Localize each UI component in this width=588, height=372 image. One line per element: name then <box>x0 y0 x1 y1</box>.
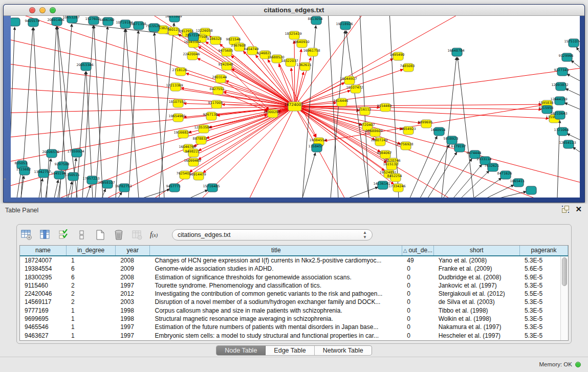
graph-node-yellow[interactable]: 19756928 <box>396 142 413 150</box>
graph-node-teal[interactable]: 9297588 <box>55 162 70 170</box>
cell-short[interactable]: Jankovic et al. (1997) <box>434 281 520 290</box>
cell-year[interactable]: 1997 <box>116 323 150 331</box>
graph-node-yellow[interactable]: 9117005 <box>208 100 223 108</box>
delete-table-icon[interactable] <box>113 229 124 240</box>
graph-node-yellow[interactable]: 16099469 <box>184 158 201 166</box>
graph-node-teal[interactable]: 6179197 <box>451 144 466 152</box>
graph-node-yellow[interactable]: 22420046 <box>183 52 200 60</box>
graph-node-teal[interactable]: 19218926 <box>336 21 353 30</box>
cell-in_degree[interactable]: 1 <box>67 323 116 331</box>
cell-title[interactable]: Embryonic stem cells: a model to study s… <box>150 332 403 340</box>
cell-year[interactable]: 2012 <box>116 290 150 298</box>
graph-node-teal[interactable]: 16648784 <box>447 48 464 56</box>
column-header-name[interactable]: name <box>20 246 67 255</box>
cell-name[interactable]: 9777169 <box>20 307 67 315</box>
cell-short[interactable]: Dudbridge et al. (2008) <box>434 273 520 281</box>
cell-short[interactable]: Franke et al. (2009) <box>434 265 520 273</box>
row-options-icon[interactable] <box>76 229 88 240</box>
table-row[interactable]: 1830029562008Estimation of significance … <box>20 273 568 281</box>
table-row[interactable]: 2242004622012Investigating the contribut… <box>20 290 568 298</box>
cell-out_de[interactable]: 0 <box>402 281 433 290</box>
graph-node-teal[interactable]: 15716485 <box>203 184 220 192</box>
graph-node-yellow[interactable]: 9267130 <box>203 112 218 120</box>
select-columns-icon[interactable] <box>39 229 51 240</box>
cell-title[interactable]: Estimation of the future numbers of pati… <box>150 323 403 331</box>
graph-node-teal[interactable]: 17957223 <box>82 176 99 184</box>
cell-out_de[interactable]: 0 <box>402 265 433 273</box>
graph-node-yellow[interactable]: 18325419 <box>285 31 301 39</box>
column-header-year[interactable]: year <box>116 246 150 255</box>
graph-node-teal[interactable]: 9129966 <box>559 53 574 61</box>
graph-node-teal[interactable]: 9405574 <box>25 18 40 27</box>
cell-title[interactable]: Corpus callosum shape and size in male p… <box>150 307 403 315</box>
cell-name[interactable]: 18724007 <box>20 256 67 265</box>
graph-node-yellow[interactable]: 18107552 <box>168 99 185 107</box>
graph-node-yellow[interactable]: 19654965 <box>168 114 185 122</box>
cell-year[interactable]: 2008 <box>116 256 150 265</box>
cell-short[interactable]: de Silva et al. (2003) <box>434 298 520 306</box>
graph-node-teal[interactable]: 1115682 <box>16 167 31 175</box>
graph-node-teal[interactable]: 16958107 <box>98 180 115 188</box>
graph-node-teal[interactable]: 8471626 <box>497 171 512 179</box>
table-row[interactable]: 911546021997Tourette syndrome. Phenomeno… <box>20 281 568 290</box>
close-panel-icon[interactable]: ✕ <box>575 206 582 213</box>
cell-title[interactable]: Genome-wide association studies in ADHD. <box>150 265 403 273</box>
graph-node-yellow[interactable]: 1615132 <box>383 162 398 170</box>
table-row[interactable]: 1938455462009Genome-wide association stu… <box>20 265 568 273</box>
network-table-select[interactable]: citations_edges.txt ▲▼ <box>172 229 373 240</box>
graph-node-teal[interactable]: 1527602 <box>85 16 100 25</box>
table-row[interactable]: 1872400712008Changes of HCN gene express… <box>20 256 568 265</box>
graph-node-yellow[interactable]: 19654923 <box>399 126 416 135</box>
cell-year[interactable]: 1997 <box>116 332 150 340</box>
cell-name[interactable]: 19384554 <box>20 265 67 273</box>
cell-name[interactable]: 9115460 <box>20 281 67 290</box>
network-window-titlebar[interactable]: citations_edges.txt <box>4 5 584 16</box>
graph-node-yellow[interactable]: 8427552 <box>210 86 225 95</box>
cell-in_degree[interactable]: 1 <box>67 307 116 315</box>
cell-out_de[interactable]: 0 <box>402 298 433 306</box>
graph-node-teal[interactable]: 12654113 <box>559 140 576 148</box>
graph-node-yellow[interactable]: 18640910 <box>292 39 309 48</box>
tab-edge-table[interactable]: Edge Table <box>266 346 314 355</box>
graph-node-teal[interactable]: 1640954 <box>431 127 446 136</box>
cell-short[interactable]: Hescheler et al. (1997) <box>434 332 520 340</box>
graph-node-yellow[interactable]: 12353586 <box>194 125 211 133</box>
cell-in_degree[interactable]: 2 <box>67 290 116 298</box>
cell-short[interactable]: Stergiakouli et al. (2012) <box>434 290 520 298</box>
table-row[interactable]: 946362711997Embryonic stem cells: a mode… <box>20 332 568 340</box>
column-header-in_degree[interactable]: in_degree <box>67 246 116 255</box>
cell-year[interactable]: 1998 <box>116 307 150 315</box>
graph-node-yellow[interactable]: 17334246 <box>388 184 405 192</box>
graph-node-yellow[interactable]: 8452254 <box>387 173 402 182</box>
tab-network-table[interactable]: Network Table <box>315 346 372 355</box>
graph-node-teal[interactable]: 9457771 <box>166 184 181 192</box>
graph-node-teal[interactable]: 16782753 <box>115 184 132 192</box>
table-settings-icon[interactable] <box>21 229 32 240</box>
graph-node-teal[interactable]: 20053346 <box>76 62 93 71</box>
table-row[interactable]: 977716911998Corpus callosum shape and si… <box>20 307 568 315</box>
table-row[interactable]: 946554611997Estimation of the future num… <box>20 323 568 331</box>
graph-node-yellow[interactable]: 18322037 <box>281 58 298 67</box>
cell-in_degree[interactable]: 6 <box>67 265 116 273</box>
cell-title[interactable]: Structural magnetic resonance image aver… <box>150 315 403 323</box>
graph-node-teal[interactable]: 10653287 <box>62 16 79 23</box>
graph-node-teal[interactable]: 8813054 <box>308 16 323 25</box>
graph-node-teal[interactable]: 17359924 <box>67 149 84 157</box>
graph-node-teal[interactable]: 1358457 <box>309 144 323 152</box>
graph-node-yellow[interactable]: 1816446 <box>334 98 349 106</box>
graph-node-teal[interactable]: 20206576 <box>42 149 59 158</box>
cell-out_de[interactable]: 0 <box>402 332 433 340</box>
create-table-icon[interactable] <box>95 229 106 240</box>
cell-year[interactable]: 2008 <box>116 273 150 281</box>
graph-node-yellow[interactable]: 7485083 <box>400 63 415 72</box>
column-header-pagerank[interactable]: pagerank <box>520 246 568 255</box>
table-vertical-scrollbar[interactable] <box>560 256 568 340</box>
cell-title[interactable]: Tourette syndrome. Phenomenology and cla… <box>150 281 403 290</box>
graph-node-teal[interactable]: 12093872 <box>551 82 568 91</box>
cell-short[interactable]: Tibbo et al. (1998) <box>434 307 520 315</box>
cell-year[interactable]: 2009 <box>116 265 150 273</box>
function-builder-icon[interactable]: f(x) <box>150 231 158 239</box>
cell-out_de[interactable]: 0 <box>402 290 433 298</box>
graph-node-yellow[interactable]: 9899695 <box>418 120 433 128</box>
cell-name[interactable]: 22420046 <box>20 290 67 298</box>
